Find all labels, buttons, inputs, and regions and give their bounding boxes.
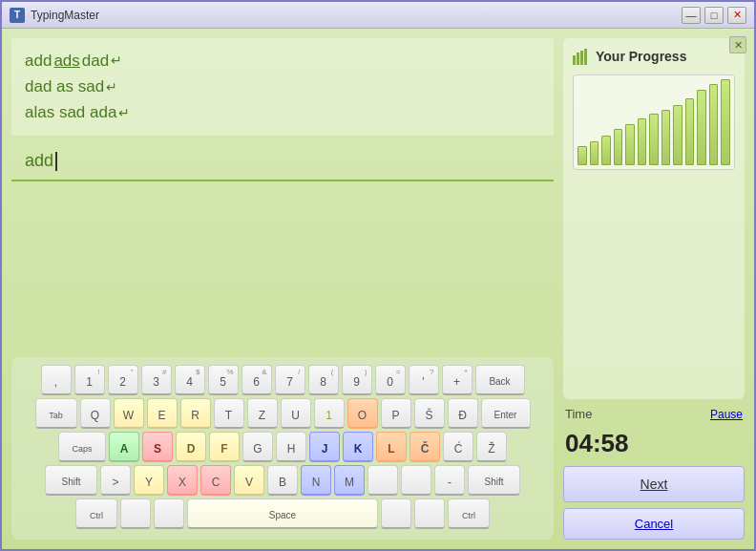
keyboard: , !1 "2 #3 $4 %5 &6 /7 (8 )9 =0 ?' *+ Ba… — [11, 357, 554, 540]
key-d-stroke[interactable]: Đ — [448, 398, 478, 429]
chart-bar — [590, 141, 599, 165]
svg-rect-0 — [573, 55, 576, 65]
key-enter[interactable]: Enter — [481, 398, 531, 429]
time-label: Time — [565, 407, 592, 421]
key-2[interactable]: "2 — [108, 365, 138, 395]
key-g[interactable]: G — [242, 432, 273, 462]
text-line-2: dad as sad ↵ — [25, 74, 540, 99]
kb-row-2: Tab Q W E R T Z U 1 O P Š Đ Enter — [19, 398, 546, 429]
chart-bar — [625, 124, 635, 165]
close-button[interactable]: ✕ — [727, 7, 746, 24]
chart-bar — [709, 84, 719, 166]
key-r[interactable]: R — [180, 398, 211, 429]
pause-button[interactable]: Pause — [710, 408, 743, 421]
key-period[interactable] — [368, 465, 398, 496]
key-p[interactable]: P — [381, 398, 411, 429]
key-z-caron[interactable]: Ž — [476, 432, 507, 462]
svg-rect-3 — [584, 49, 587, 65]
key-z[interactable]: Z — [247, 398, 278, 429]
progress-icon — [573, 48, 590, 65]
key-minus[interactable]: - — [434, 465, 465, 496]
chart-bar — [638, 118, 647, 166]
main-window: T TypingMaster — □ ✕ add ads dad ↵ dad a… — [0, 0, 756, 551]
chart-area — [573, 74, 735, 170]
cursor — [55, 152, 57, 171]
key-e[interactable]: E — [147, 398, 178, 429]
key-i[interactable]: 1 — [314, 398, 345, 429]
key-caps[interactable]: Caps — [58, 432, 106, 462]
key-0[interactable]: =0 — [375, 365, 406, 395]
key-7[interactable]: /7 — [275, 365, 305, 395]
key-s-caron[interactable]: Š — [414, 398, 445, 429]
next-button[interactable]: Next — [563, 466, 745, 502]
key-ctrl-right[interactable]: Ctrl — [448, 498, 490, 529]
key-5[interactable]: %5 — [208, 365, 239, 395]
key-4[interactable]: $4 — [175, 365, 205, 395]
key-fn1[interactable] — [120, 498, 151, 529]
chart-bar — [601, 136, 611, 166]
key-c-caron[interactable]: Č — [410, 432, 440, 462]
key-t[interactable]: T — [214, 398, 244, 429]
key-a[interactable]: A — [109, 432, 139, 462]
progress-title: Your Progress — [596, 49, 686, 64]
key-fn2[interactable] — [154, 498, 184, 529]
key-d[interactable]: D — [176, 432, 206, 462]
key-s[interactable]: S — [142, 432, 173, 462]
key-shift-left[interactable]: Shift — [45, 465, 97, 496]
kb-row-4: Shift > Y X C V B N M - Shift — [19, 465, 546, 496]
key-1[interactable]: !1 — [74, 365, 105, 395]
key-y[interactable]: Y — [134, 465, 164, 496]
progress-section: Your Progress — [563, 38, 745, 399]
key-space[interactable]: Space — [187, 498, 378, 529]
return-symbol: ↵ — [111, 50, 122, 71]
key-colon[interactable] — [401, 465, 431, 496]
chart-bar — [673, 105, 682, 165]
key-h[interactable]: H — [276, 432, 306, 462]
title-bar: T TypingMaster — □ ✕ — [2, 2, 754, 29]
progress-header: Your Progress — [573, 48, 735, 65]
chart-bar — [697, 90, 706, 165]
key-w[interactable]: W — [114, 398, 144, 429]
key-backspace[interactable]: Back — [475, 365, 525, 395]
key-9[interactable]: )9 — [342, 365, 372, 395]
key-q[interactable]: Q — [80, 398, 111, 429]
key-l[interactable]: L — [376, 432, 407, 462]
key-j[interactable]: J — [309, 432, 340, 462]
key-comma[interactable]: , — [41, 365, 72, 395]
chart-bar — [578, 146, 587, 165]
maximize-button[interactable]: □ — [704, 7, 724, 24]
key-plus[interactable]: *+ — [442, 365, 472, 395]
cancel-button[interactable]: Cancel — [563, 508, 745, 540]
key-ctrl-left[interactable]: Ctrl — [75, 498, 117, 529]
timer-section: Time Pause — [563, 407, 745, 421]
window-title: TypingMaster — [31, 9, 682, 22]
panel-close-button[interactable]: ✕ — [729, 36, 746, 53]
key-3[interactable]: #3 — [141, 365, 172, 395]
key-o[interactable]: O — [347, 398, 378, 429]
key-6[interactable]: &6 — [242, 365, 272, 395]
kb-row-1: , !1 "2 #3 $4 %5 &6 /7 (8 )9 =0 ?' *+ Ba… — [19, 365, 546, 395]
key-v[interactable]: V — [234, 465, 264, 496]
key-u[interactable]: U — [281, 398, 311, 429]
svg-rect-2 — [580, 51, 583, 65]
key-k[interactable]: K — [343, 432, 373, 462]
key-n[interactable]: N — [301, 465, 331, 496]
key-c-acute[interactable]: Ć — [443, 432, 473, 462]
key-b[interactable]: B — [267, 465, 298, 496]
kb-row-3: Caps A S D F G H J K L Č Ć Ž — [19, 432, 546, 462]
key-m[interactable]: M — [334, 465, 365, 496]
key-angle[interactable]: > — [100, 465, 131, 496]
key-f[interactable]: F — [209, 432, 240, 462]
key-apos[interactable]: ?' — [409, 365, 439, 395]
minimize-button[interactable]: — — [682, 7, 701, 24]
key-8[interactable]: (8 — [308, 365, 339, 395]
key-c[interactable]: C — [200, 465, 231, 496]
key-fn3[interactable] — [381, 498, 411, 529]
key-tab[interactable]: Tab — [35, 398, 77, 429]
kb-row-5: Ctrl Space Ctrl — [19, 498, 546, 529]
input-area: add — [11, 143, 554, 181]
key-fn4[interactable] — [414, 498, 445, 529]
key-shift-right[interactable]: Shift — [468, 465, 520, 496]
key-x[interactable]: X — [167, 465, 198, 496]
chart-bar — [614, 129, 623, 165]
